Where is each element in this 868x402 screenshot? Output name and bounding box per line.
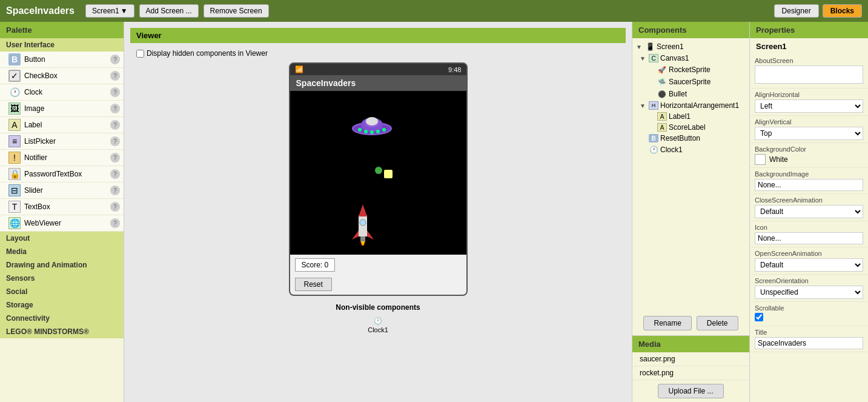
prop-screenorientation: ScreenOrientation Unspecified Portrait L… (750, 275, 868, 302)
blocks-button[interactable]: Blocks (823, 4, 862, 18)
palette-item-notifier[interactable]: ! Notifier ? (0, 150, 124, 166)
palette-item-slider[interactable]: ⊟ Slider ? (0, 183, 124, 199)
tree-item-saucersprite[interactable]: 🛸 SaucerSprite (632, 76, 749, 88)
palette-item-listpicker[interactable]: ≡ ListPicker ? (0, 133, 124, 150)
checkbox-icon: ✓ (8, 70, 21, 82)
palette-item-webviewer[interactable]: 🌐 WebViewer ? (0, 215, 124, 232)
media-file-rocket[interactable]: rocket.png (632, 366, 749, 380)
palette-item-label[interactable]: A Label ? (0, 117, 124, 133)
alignhorizontal-select[interactable]: Left Center Right (755, 99, 863, 113)
tree-item-clock1[interactable]: 🕐 Clock1 (632, 144, 749, 156)
section-lego[interactable]: LEGO® MINDSTORMS® (0, 325, 124, 338)
tree-item-scorelabel[interactable]: A ScoreLabel (632, 122, 749, 133)
non-visible-section: Non-visible components 🕐 Clock1 (136, 303, 620, 333)
phone-status-bar: 📶 9:48 (290, 64, 466, 75)
clock-icon: 🕐 (8, 86, 21, 98)
alignvertical-select[interactable]: Top Center Bottom (755, 127, 863, 140)
prop-alignvertical: AlignVertical Top Center Bottom (750, 116, 868, 143)
section-connectivity[interactable]: Connectivity (0, 312, 124, 325)
section-drawing[interactable]: Drawing and Animation (0, 258, 124, 272)
section-user-interface[interactable]: User Interface (0, 38, 124, 52)
phone-ui: Score: 0 Reset (290, 255, 466, 295)
listpicker-info[interactable]: ? (110, 136, 120, 146)
screen1-dropdown[interactable]: Screen1 ▼ (85, 4, 134, 18)
section-media[interactable]: Media (0, 245, 124, 258)
bgcolor-label: White (769, 155, 788, 164)
non-visible-label: Non-visible components (136, 303, 620, 312)
icon-input[interactable] (755, 232, 863, 244)
palette-item-checkbox[interactable]: ✓ CheckBox ? (0, 68, 124, 84)
section-sensors[interactable]: Sensors (0, 272, 124, 285)
rocketsprite-icon: 🚀 (657, 65, 667, 75)
media-file-saucer[interactable]: saucer.png (632, 352, 749, 366)
image-info[interactable]: ? (110, 104, 120, 113)
tree-item-horzarr1[interactable]: ▼ H HorizontalArrangement1 (632, 100, 749, 111)
section-storage[interactable]: Storage (0, 298, 124, 312)
svg-point-9 (382, 128, 386, 132)
section-social[interactable]: Social (0, 285, 124, 298)
aboutscreen-input[interactable] (755, 65, 863, 84)
openscreenanimation-select[interactable]: Default Fade Zoom None (755, 258, 863, 272)
palette-item-clock[interactable]: 🕐 Clock ? (0, 84, 124, 101)
textbox-info[interactable]: ? (110, 202, 120, 212)
bgcolor-swatch[interactable] (755, 154, 766, 165)
screenorientation-select[interactable]: Unspecified Portrait Landscape Sensor (755, 286, 863, 299)
palette-item-textbox[interactable]: T TextBox ? (0, 199, 124, 215)
components-header: Components (632, 22, 749, 38)
tree-item-label1[interactable]: A Label1 (632, 111, 749, 122)
palette-label-listpicker: ListPicker (24, 137, 110, 146)
notifier-icon: ! (8, 152, 21, 164)
toggle-canvas1[interactable]: ▼ (638, 54, 647, 62)
properties-selected: Screen1 (750, 38, 868, 55)
checkbox-info[interactable]: ? (110, 71, 120, 81)
reset-button-viewer[interactable]: Reset (295, 278, 332, 291)
prop-aboutscreen: AboutScreen (750, 55, 868, 89)
tree-item-rocketsprite[interactable]: 🚀 RocketSprite (632, 64, 749, 76)
prop-openscreenanimation: OpenScreenAnimation Default Fade Zoom No… (750, 247, 868, 275)
tree-label-scorelabel: ScoreLabel (669, 123, 706, 132)
button-info[interactable]: ? (110, 55, 120, 64)
media-header: Media (632, 336, 749, 352)
tree-item-screen1[interactable]: ▼ 📱 Screen1 (632, 41, 749, 53)
tree-label-rocketsprite: RocketSprite (669, 65, 711, 74)
svg-point-5 (358, 128, 362, 132)
bullet-sprite (375, 167, 382, 174)
palette-label-checkbox: CheckBox (24, 72, 110, 80)
notifier-info[interactable]: ? (110, 153, 120, 162)
phone-canvas (290, 91, 466, 255)
delete-button[interactable]: Delete (697, 316, 738, 330)
toggle-horzarr1[interactable]: ▼ (638, 101, 647, 110)
passwordtextbox-info[interactable]: ? (110, 169, 120, 179)
display-hidden-label: Display hidden components in Viewer (147, 49, 268, 58)
section-layout[interactable]: Layout (0, 232, 124, 245)
palette-item-image[interactable]: 🖼 Image ? (0, 101, 124, 117)
scrollable-checkbox[interactable] (755, 313, 763, 321)
component-tree: ▼ 📱 Screen1 ▼ C Canvas1 🚀 RocketSprite 🛸… (632, 38, 749, 311)
clock-info[interactable]: ? (110, 87, 120, 97)
components-panel: Components ▼ 📱 Screen1 ▼ C Canvas1 🚀 Roc… (632, 22, 750, 402)
svg-point-8 (376, 130, 380, 133)
remove-screen-button[interactable]: Remove Screen (204, 4, 269, 18)
toggle-screen1[interactable]: ▼ (635, 42, 643, 51)
rename-button[interactable]: Rename (643, 316, 691, 330)
tree-item-canvas1[interactable]: ▼ C Canvas1 (632, 53, 749, 64)
tree-item-bullet[interactable]: ⚫ Bullet (632, 88, 749, 100)
label-info[interactable]: ? (110, 120, 120, 130)
add-screen-button[interactable]: Add Screen ... (139, 4, 199, 18)
slider-info[interactable]: ? (110, 186, 120, 195)
palette-label-webviewer: WebViewer (24, 219, 110, 227)
title-input[interactable] (755, 337, 863, 349)
backgroundimage-input[interactable] (755, 179, 863, 191)
display-hidden-checkbox[interactable] (136, 50, 144, 58)
upload-file-button[interactable]: Upload File ... (658, 384, 723, 398)
palette-item-passwordtextbox[interactable]: 🔒 PasswordTextBox ? (0, 166, 124, 183)
components-buttons: Rename Delete (632, 311, 749, 335)
prop-closescreenanimation: CloseScreenAnimation Default Fade Zoom N… (750, 194, 868, 221)
tree-item-resetbutton[interactable]: B ResetButton (632, 133, 749, 144)
webviewer-info[interactable]: ? (110, 218, 120, 228)
palette-item-button[interactable]: B Button ? (0, 52, 124, 68)
designer-button[interactable]: Designer (774, 4, 819, 18)
phone-frame: 📶 9:48 SpaceInvaders (289, 62, 468, 296)
palette-label-passwordtextbox: PasswordTextBox (24, 170, 110, 178)
closescreenanimation-select[interactable]: Default Fade Zoom None (755, 205, 863, 218)
